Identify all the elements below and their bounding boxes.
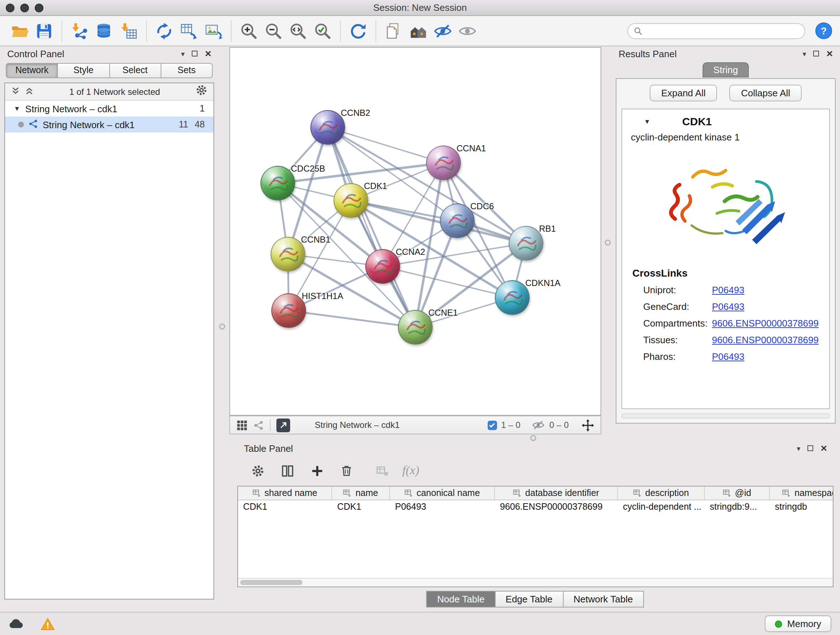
- add-column-icon[interactable]: [308, 461, 326, 480]
- hide-selected-icon[interactable]: [431, 19, 455, 43]
- open-in-browser-icon[interactable]: [276, 418, 290, 432]
- crosslink-link[interactable]: P06493: [712, 351, 745, 362]
- panel-menu-icon[interactable]: ▾: [802, 50, 806, 57]
- network-node-CDK1[interactable]: [333, 183, 368, 218]
- network-node-CCNB2[interactable]: [310, 110, 345, 145]
- table-hscroll-thumb[interactable]: [240, 580, 302, 585]
- crosslink-link[interactable]: 9606.ENSP00000378699: [712, 334, 819, 345]
- network-node-CCNA2[interactable]: [365, 249, 400, 284]
- network-edge[interactable]: [328, 127, 444, 163]
- network-canvas[interactable]: CCNB2CCNA1CDC25BCDK1CDC6RB1CCNB1CCNA2CDK…: [229, 47, 601, 416]
- open-session-icon[interactable]: [7, 19, 32, 43]
- zoom-in-icon[interactable]: [237, 19, 261, 43]
- memory-button[interactable]: Memory: [765, 616, 831, 632]
- network-row-selected[interactable]: String Network – cdk1 11 48: [5, 117, 213, 133]
- crosslink-link[interactable]: P06493: [712, 301, 745, 312]
- help-icon[interactable]: ?: [814, 21, 833, 40]
- export-image-icon[interactable]: [201, 19, 226, 43]
- new-table-icon[interactable]: [177, 19, 201, 43]
- collection-expand-icon[interactable]: ▼: [14, 105, 20, 112]
- tab-node-table[interactable]: Node Table: [426, 591, 495, 608]
- share-network-icon[interactable]: [253, 420, 264, 431]
- panel-float-icon[interactable]: [813, 51, 819, 57]
- save-session-icon[interactable]: [32, 19, 57, 43]
- collapse-all-icon[interactable]: [11, 85, 20, 98]
- control-tab-select[interactable]: Select: [110, 63, 161, 78]
- vertical-splitter-handle[interactable]: [219, 324, 225, 329]
- show-all-icon[interactable]: [455, 19, 480, 43]
- birdseye-view-icon[interactable]: [237, 420, 248, 431]
- expand-all-button[interactable]: Expand All: [650, 85, 717, 101]
- panel-close-icon[interactable]: ×: [205, 50, 211, 57]
- import-table-icon[interactable]: [117, 19, 141, 43]
- tab-string[interactable]: String: [703, 62, 749, 78]
- zoom-fit-icon[interactable]: [286, 19, 310, 43]
- network-node-RB1[interactable]: [508, 226, 543, 261]
- expand-all-icon[interactable]: [25, 85, 34, 98]
- table-cell[interactable]: CDK1: [332, 500, 390, 513]
- first-neighbors-icon[interactable]: [406, 19, 431, 43]
- refresh-layout-icon[interactable]: [346, 19, 370, 43]
- column-header[interactable]: @id: [705, 486, 770, 500]
- table-cell[interactable]: P06493: [390, 500, 495, 513]
- horizontal-splitter-handle[interactable]: [531, 435, 536, 441]
- hidden-eye-icon[interactable]: [532, 418, 545, 432]
- column-header[interactable]: namespac: [770, 486, 834, 500]
- table-cell[interactable]: cyclin-dependent ...: [618, 500, 705, 513]
- import-network-database-icon[interactable]: [92, 19, 117, 43]
- zoom-out-icon[interactable]: [261, 19, 286, 43]
- network-node-CDKN1A[interactable]: [495, 280, 530, 315]
- cloud-icon[interactable]: [9, 618, 25, 630]
- panel-menu-icon[interactable]: ▾: [181, 50, 185, 57]
- collapse-section-icon[interactable]: ▼: [644, 118, 651, 125]
- vertical-splitter-handle[interactable]: [605, 240, 611, 245]
- control-tab-network[interactable]: Network: [6, 63, 58, 78]
- crosslink-link[interactable]: P06493: [712, 285, 745, 295]
- table-cell[interactable]: CDK1: [238, 500, 332, 513]
- results-scrollbar[interactable]: [622, 413, 830, 418]
- table-settings-gear-icon[interactable]: [248, 461, 267, 480]
- panel-float-icon[interactable]: [807, 445, 813, 451]
- collapse-all-button[interactable]: Collapse All: [729, 85, 802, 101]
- table-row[interactable]: CDK1CDK1P064939606.ENSP00000378699cyclin…: [238, 500, 833, 513]
- import-network-file-icon[interactable]: [67, 19, 92, 43]
- new-network-icon[interactable]: [152, 19, 177, 43]
- panel-close-icon[interactable]: ×: [821, 445, 827, 452]
- column-header[interactable]: name: [332, 486, 390, 500]
- panel-float-icon[interactable]: [192, 51, 197, 57]
- fit-content-crosshair-icon[interactable]: [582, 419, 594, 431]
- control-tab-style[interactable]: Style: [58, 63, 110, 78]
- search-input[interactable]: [646, 26, 799, 36]
- network-node-CCNA1[interactable]: [426, 146, 461, 180]
- control-tab-sets[interactable]: Sets: [161, 63, 213, 78]
- table-cell[interactable]: 9606.ENSP00000378699: [495, 500, 618, 513]
- network-node-CDC25B[interactable]: [261, 166, 295, 201]
- network-edge[interactable]: [289, 310, 415, 327]
- column-header[interactable]: description: [618, 486, 705, 500]
- zoom-selected-icon[interactable]: [310, 19, 335, 43]
- column-header[interactable]: canonical name: [390, 486, 495, 500]
- selected-checkbox-icon[interactable]: [487, 420, 497, 430]
- network-node-CCNE1[interactable]: [398, 310, 433, 345]
- duplicate-network-icon[interactable]: [381, 19, 406, 43]
- network-node-CDC6[interactable]: [440, 203, 475, 238]
- delete-table-icon[interactable]: [373, 461, 392, 480]
- column-header[interactable]: database identifier: [495, 486, 618, 500]
- show-columns-icon[interactable]: [278, 461, 297, 480]
- table-cell[interactable]: stringdb:9...: [705, 500, 770, 513]
- table-hscrollbar[interactable]: [238, 578, 833, 586]
- panel-menu-icon[interactable]: ▾: [797, 444, 800, 452]
- network-options-gear-icon[interactable]: [195, 84, 208, 99]
- tab-edge-table[interactable]: Edge Table: [495, 591, 564, 608]
- warning-icon[interactable]: [41, 617, 55, 630]
- column-header[interactable]: shared name: [238, 486, 332, 500]
- delete-column-icon[interactable]: [337, 461, 356, 480]
- network-collection-row[interactable]: ▼ String Network – cdk1 1: [5, 101, 213, 117]
- network-node-CCNB1[interactable]: [271, 237, 305, 272]
- function-builder-icon[interactable]: f(x): [402, 463, 419, 478]
- table-cell[interactable]: stringdb: [770, 500, 834, 513]
- network-node-HIST1H1A[interactable]: [271, 293, 306, 328]
- panel-close-icon[interactable]: ×: [826, 50, 833, 57]
- crosslink-link[interactable]: 9606.ENSP00000378699: [712, 318, 819, 329]
- tab-network-table[interactable]: Network Table: [562, 591, 644, 608]
